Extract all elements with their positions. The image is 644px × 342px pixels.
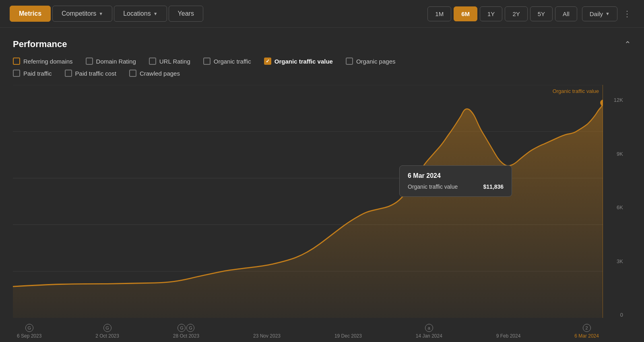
metric-referring-domains[interactable]: Referring domains: [13, 58, 73, 65]
collapse-btn[interactable]: ⌃: [624, 39, 631, 49]
locations-chevron-icon: ▼: [153, 11, 158, 16]
top-bar: Metrics Competitors ▼ Locations ▼ Years …: [0, 0, 644, 28]
metric-paid-traffic[interactable]: Paid traffic: [13, 70, 52, 77]
metric-organic-pages[interactable]: Organic pages: [346, 58, 396, 65]
metrics-row-2: Paid traffic Paid traffic cost Crawled p…: [13, 70, 631, 77]
x-label-dec: 19 Dec 2023: [334, 324, 362, 339]
metric-organic-traffic-value[interactable]: Organic traffic value: [264, 58, 333, 65]
competitors-chevron-icon: ▼: [99, 11, 103, 16]
checkbox-paid-traffic-cost[interactable]: [65, 70, 72, 77]
label-domain-rating: Domain Rating: [96, 58, 136, 65]
tab-competitors-label: Competitors: [62, 10, 96, 17]
label-referring-domains: Referring domains: [23, 58, 73, 65]
chart-svg-area: 6 Mar 2024 Organic traffic value $11,836: [13, 85, 603, 318]
chart-wrapper: Organic traffic value 0 3K 6K 9K 12K: [13, 85, 631, 342]
event-icon-g3: G: [178, 324, 186, 332]
checkbox-organic-traffic-value[interactable]: [264, 58, 271, 65]
x-label-jan: a 14 Jan 2024: [416, 324, 442, 339]
y-label-9k: 9K: [617, 151, 623, 157]
label-organic-pages: Organic pages: [356, 58, 396, 65]
metrics-row-1: Referring domains Domain Rating URL Rati…: [13, 58, 631, 65]
y-label-12k: 12K: [614, 97, 623, 103]
tab-locations[interactable]: Locations ▼: [114, 6, 167, 22]
more-options-btn[interactable]: ⋮: [620, 6, 634, 21]
tab-years-label: Years: [178, 10, 194, 17]
metric-paid-traffic-cost[interactable]: Paid traffic cost: [65, 70, 116, 77]
label-organic-traffic-value: Organic traffic value: [275, 58, 333, 65]
tab-locations-label: Locations: [123, 10, 151, 17]
y-label-0: 0: [620, 312, 623, 318]
checkbox-referring-domains[interactable]: [13, 58, 20, 65]
x-date-mar: 6 Mar 2024: [574, 333, 599, 339]
time-btn-2y[interactable]: 2Y: [505, 6, 527, 21]
checkbox-url-rating[interactable]: [149, 58, 156, 65]
chart-fill: [13, 103, 603, 318]
label-paid-traffic: Paid traffic: [23, 70, 52, 77]
label-url-rating: URL Rating: [159, 58, 190, 65]
x-label-mar: 2 6 Mar 2024: [574, 324, 599, 339]
time-btn-1y[interactable]: 1Y: [480, 6, 502, 21]
time-btn-6m[interactable]: 6M: [454, 6, 477, 21]
x-date-dec: 19 Dec 2023: [334, 333, 362, 339]
x-axis: G 6 Sep 2023 G 2 Oct 2023 G G 28 Oct 202…: [13, 324, 603, 339]
section-header: Performance ⌃: [13, 39, 631, 49]
checkbox-organic-pages[interactable]: [346, 58, 353, 65]
chart-svg: [13, 85, 603, 318]
event-icon-g2: G: [103, 324, 111, 332]
tab-competitors[interactable]: Competitors ▼: [52, 6, 112, 22]
event-icon-g4: G: [186, 324, 194, 332]
right-controls: 1M 6M 1Y 2Y 5Y All Daily ▼ ⋮: [427, 6, 634, 21]
x-date-feb: 9 Feb 2024: [496, 333, 521, 339]
x-label-sep: G 6 Sep 2023: [17, 324, 41, 339]
tab-metrics[interactable]: Metrics: [10, 6, 51, 22]
x-date-sep: 6 Sep 2023: [17, 333, 41, 339]
time-btn-all[interactable]: All: [555, 6, 577, 21]
time-btn-5y[interactable]: 5Y: [530, 6, 553, 21]
event-icon-2: 2: [583, 324, 591, 332]
y-label-6k: 6K: [617, 204, 623, 210]
granularity-chevron-icon: ▼: [605, 11, 610, 16]
x-label-oct28: G G 28 Oct 2023: [173, 324, 199, 339]
y-axis: 0 3K 6K 9K 12K: [614, 97, 623, 318]
metric-url-rating[interactable]: URL Rating: [149, 58, 190, 65]
performance-title: Performance: [13, 39, 67, 49]
left-tabs: Metrics Competitors ▼ Locations ▼ Years: [10, 6, 203, 22]
checkbox-paid-traffic[interactable]: [13, 70, 20, 77]
x-date-oct: 2 Oct 2023: [95, 333, 119, 339]
checkbox-domain-rating[interactable]: [86, 58, 93, 65]
checkbox-crawled-pages[interactable]: [129, 70, 136, 77]
main-content: Performance ⌃ Referring domains Domain R…: [0, 28, 644, 342]
granularity-label: Daily: [590, 10, 603, 17]
metric-domain-rating[interactable]: Domain Rating: [86, 58, 136, 65]
time-btn-1m[interactable]: 1M: [427, 6, 451, 21]
checkbox-organic-traffic[interactable]: [203, 58, 211, 65]
label-paid-traffic-cost: Paid traffic cost: [75, 70, 116, 77]
y-label-3k: 3K: [617, 258, 623, 264]
x-date-oct28: 28 Oct 2023: [173, 333, 199, 339]
x-label-oct: G 2 Oct 2023: [95, 324, 119, 339]
label-crawled-pages: Crawled pages: [140, 70, 180, 77]
x-label-nov: 23 Nov 2023: [253, 324, 281, 339]
granularity-btn[interactable]: Daily ▼: [582, 6, 617, 21]
x-label-feb: 9 Feb 2024: [496, 324, 521, 339]
x-date-jan: 14 Jan 2024: [416, 333, 442, 339]
label-organic-traffic: Organic traffic: [214, 58, 251, 65]
x-date-nov: 23 Nov 2023: [253, 333, 281, 339]
metric-organic-traffic[interactable]: Organic traffic: [203, 58, 251, 65]
metric-crawled-pages[interactable]: Crawled pages: [129, 70, 180, 77]
event-icon-g1: G: [25, 324, 33, 332]
event-icon-a: a: [425, 324, 433, 332]
chart-dot: [600, 100, 603, 106]
tab-metrics-label: Metrics: [19, 10, 41, 17]
tab-years[interactable]: Years: [169, 6, 203, 22]
app-container: Metrics Competitors ▼ Locations ▼ Years …: [0, 0, 644, 342]
